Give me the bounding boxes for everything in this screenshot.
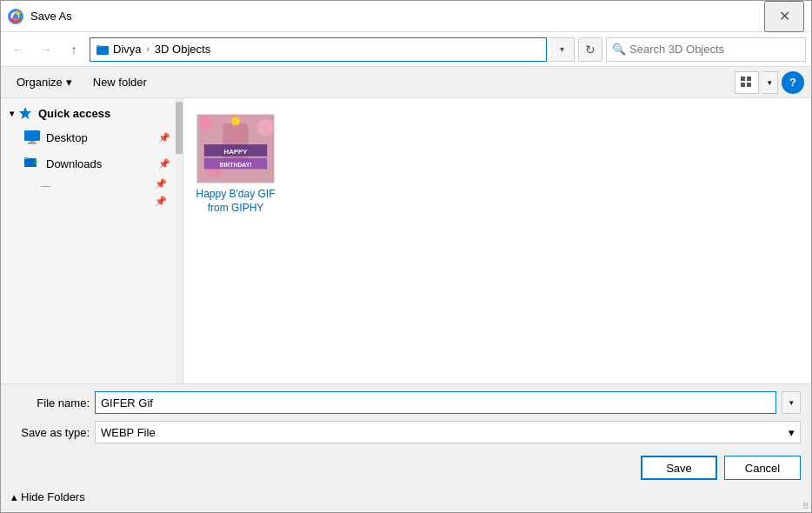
app-icon bbox=[8, 9, 23, 24]
desktop-icon bbox=[23, 129, 41, 146]
sidebar-scroll: ▾ Quick access Desktop 📌 bbox=[1, 98, 183, 383]
file-name-input[interactable] bbox=[95, 391, 776, 414]
svg-rect-8 bbox=[747, 83, 751, 87]
pin-icon-placeholder-1: 📌 bbox=[155, 178, 167, 190]
file-name-dropdown-button[interactable]: ▾ bbox=[782, 391, 801, 414]
search-input[interactable] bbox=[629, 43, 800, 56]
pin-icon-placeholder-2: 📌 bbox=[155, 196, 167, 207]
organize-label: Organize bbox=[17, 76, 63, 89]
help-button[interactable]: ? bbox=[782, 71, 804, 94]
path-chevron-1: › bbox=[147, 44, 150, 54]
new-folder-button[interactable]: New folder bbox=[84, 71, 156, 94]
search-icon: 🔍 bbox=[612, 43, 626, 56]
svg-rect-3 bbox=[97, 46, 109, 55]
action-row: Save Cancel bbox=[1, 450, 811, 490]
svg-rect-5 bbox=[741, 77, 745, 81]
svg-rect-12 bbox=[28, 143, 37, 144]
content-area: HAPPY BIRTHDAY! Happy B'day GIF from GIP… bbox=[183, 98, 811, 383]
svg-rect-10 bbox=[24, 130, 40, 141]
save-type-select[interactable]: WEBP File ▾ bbox=[95, 421, 801, 443]
cancel-button[interactable]: Cancel bbox=[724, 456, 801, 480]
sidebar: ▾ Quick access Desktop 📌 bbox=[1, 98, 183, 383]
address-dropdown-button[interactable]: ▾ bbox=[550, 37, 575, 62]
svg-rect-6 bbox=[747, 77, 751, 81]
save-type-value: WEBP File bbox=[101, 426, 156, 439]
pin-placeholder-1: — 📌 bbox=[1, 177, 176, 194]
svg-text:BIRTHDAY!: BIRTHDAY! bbox=[220, 162, 252, 168]
refresh-button[interactable]: ↻ bbox=[578, 37, 602, 62]
quick-access-chevron: ▾ bbox=[10, 109, 14, 118]
bottom-bar: File name: ▾ Save as type: WEBP File ▾ S… bbox=[1, 383, 811, 512]
folder-icon bbox=[96, 43, 110, 57]
download-icon bbox=[23, 155, 41, 172]
forward-button[interactable]: → bbox=[34, 37, 58, 62]
quick-access-label: Quick access bbox=[38, 107, 110, 120]
path-3dobjects: 3D Objects bbox=[155, 43, 210, 56]
thumbnail-svg: HAPPY BIRTHDAY! bbox=[197, 114, 274, 183]
view-icon bbox=[741, 77, 753, 89]
svg-point-18 bbox=[199, 117, 213, 130]
address-path[interactable]: Divya › 3D Objects bbox=[90, 37, 547, 62]
svg-text:HAPPY: HAPPY bbox=[224, 148, 249, 156]
svg-rect-14 bbox=[24, 157, 29, 159]
view-dropdown-button[interactable]: ▾ bbox=[762, 71, 778, 94]
address-bar: ← → ↑ Divya › 3D Objects ▾ ↻ 🔍 bbox=[1, 32, 811, 67]
pin-placeholder-2: 📌 bbox=[1, 194, 176, 211]
svg-rect-4 bbox=[97, 45, 101, 47]
svg-rect-11 bbox=[30, 141, 35, 143]
svg-point-2 bbox=[13, 14, 18, 19]
sidebar-item-downloads[interactable]: Downloads 📌 bbox=[1, 150, 176, 177]
file-label-happy-bday: Happy B'day GIF from GIPHY bbox=[196, 188, 276, 215]
quick-access-star-icon bbox=[17, 105, 33, 121]
svg-point-27 bbox=[231, 117, 240, 126]
desktop-label: Desktop bbox=[46, 131, 88, 144]
save-type-chevron: ▾ bbox=[789, 426, 795, 439]
hide-folders-row: ▴ Hide Folders bbox=[1, 490, 811, 512]
hide-folders-label: Hide Folders bbox=[21, 490, 85, 503]
pin-icon-1: — bbox=[23, 180, 50, 190]
save-as-type-label: Save as type: bbox=[11, 426, 90, 439]
svg-point-19 bbox=[256, 119, 274, 137]
up-button[interactable]: ↑ bbox=[62, 37, 86, 62]
sidebar-section-quick-access[interactable]: ▾ Quick access bbox=[1, 98, 176, 124]
close-button[interactable]: ✕ bbox=[764, 1, 804, 32]
toolbar: Organize ▾ New folder ▾ ? bbox=[1, 67, 811, 98]
svg-rect-7 bbox=[741, 83, 745, 87]
hide-folders-chevron: ▴ bbox=[11, 490, 17, 503]
downloads-label: Downloads bbox=[46, 157, 102, 170]
save-as-dialog: Save As ✕ ← → ↑ Divya › 3D Objects ▾ ↻ 🔍… bbox=[0, 0, 812, 513]
file-name-row: File name: ▾ bbox=[1, 384, 811, 417]
title-bar: Save As ✕ bbox=[1, 1, 811, 32]
downloads-pin-icon: 📌 bbox=[158, 158, 170, 170]
dialog-title: Save As bbox=[30, 10, 764, 23]
main-area: ▾ Quick access Desktop 📌 bbox=[1, 98, 811, 383]
search-box[interactable]: 🔍 bbox=[606, 37, 806, 62]
new-folder-label: New folder bbox=[93, 76, 147, 89]
svg-marker-9 bbox=[19, 107, 31, 119]
resize-handle[interactable]: ⠿ bbox=[798, 499, 812, 513]
path-divya: Divya bbox=[113, 43, 142, 56]
file-item-happy-bday[interactable]: HAPPY BIRTHDAY! Happy B'day GIF from GIP… bbox=[192, 107, 279, 222]
back-button[interactable]: ← bbox=[6, 37, 30, 62]
view-button[interactable] bbox=[735, 71, 759, 94]
file-thumbnail-happy-bday: HAPPY BIRTHDAY! bbox=[196, 114, 275, 183]
content-scroll: HAPPY BIRTHDAY! Happy B'day GIF from GIP… bbox=[183, 98, 811, 383]
sidebar-item-desktop[interactable]: Desktop 📌 bbox=[1, 124, 176, 150]
file-name-label: File name: bbox=[11, 396, 90, 410]
save-type-row: Save as type: WEBP File ▾ bbox=[1, 417, 811, 450]
organize-chevron: ▾ bbox=[66, 76, 72, 89]
desktop-pin-icon: 📌 bbox=[158, 132, 170, 143]
organize-button[interactable]: Organize ▾ bbox=[8, 71, 81, 94]
hide-folders-button[interactable]: ▴ Hide Folders bbox=[11, 490, 85, 503]
save-button[interactable]: Save bbox=[641, 456, 717, 480]
